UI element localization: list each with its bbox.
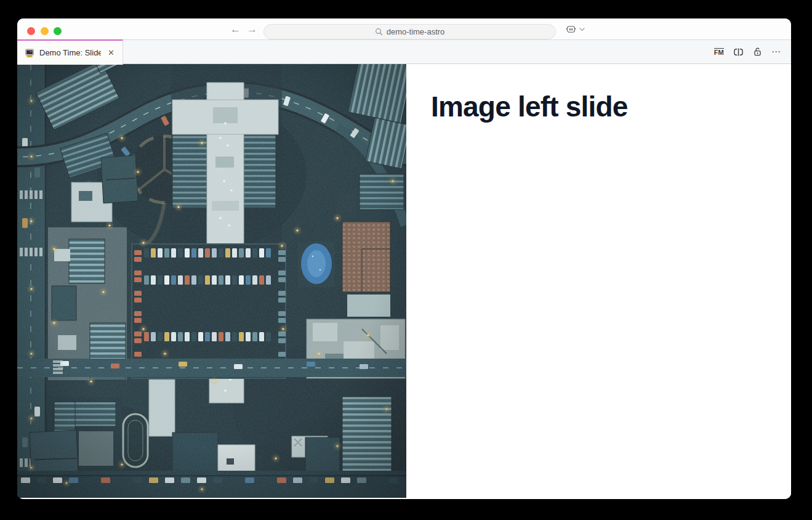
slide-content: Image left slide	[17, 64, 791, 499]
window-controls	[27, 27, 62, 35]
fm-extension-button[interactable]: FM	[714, 48, 724, 56]
robot-icon	[565, 25, 577, 34]
browser-actions: FM ⋯	[714, 40, 781, 63]
tab-demo-time-slide[interactable]: Demo Time: Slide ✕	[17, 39, 123, 65]
back-button[interactable]: ←	[230, 24, 241, 35]
more-options-button[interactable]: ⋯	[771, 46, 781, 57]
slide-body: Image left slide	[406, 64, 791, 499]
tab-close-icon[interactable]: ✕	[106, 47, 116, 59]
title-bar: ← → demo-time-astro	[17, 18, 791, 39]
lock-button[interactable]	[753, 47, 762, 57]
browser-window: ← → demo-time-astro	[17, 18, 791, 499]
slide-photo-aerial-city	[17, 64, 406, 498]
zoom-window-button[interactable]	[54, 27, 62, 35]
search-icon	[375, 28, 383, 36]
presentation-screen-icon	[25, 48, 34, 58]
aerial-city-illustration	[17, 64, 406, 498]
address-text: demo-time-astro	[387, 27, 445, 36]
tab-title: Demo Time: Slide	[39, 48, 101, 57]
slide-title: Image left slide	[431, 90, 773, 123]
close-window-button[interactable]	[27, 27, 35, 35]
assistant-menu[interactable]	[565, 25, 585, 34]
tab-bar: Demo Time: Slide ✕ FM ⋯	[17, 39, 791, 64]
address-bar[interactable]: demo-time-astro	[263, 24, 556, 39]
chevron-down-icon	[579, 28, 585, 31]
forward-button[interactable]: →	[247, 24, 257, 35]
split-view-button[interactable]	[733, 47, 744, 57]
minimize-window-button[interactable]	[41, 27, 49, 35]
